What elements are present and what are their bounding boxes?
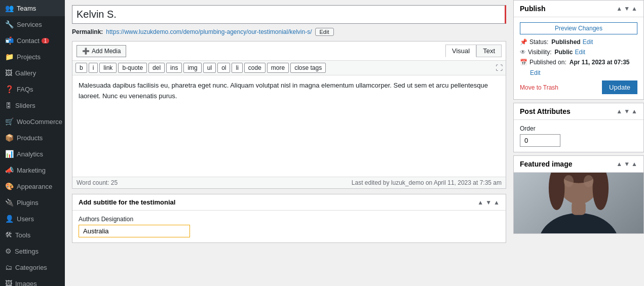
sidebar-item-appearance[interactable]: 🎨 Appearance <box>0 178 65 194</box>
format-ul[interactable]: ul <box>203 63 216 73</box>
editor-box: ➕ Add Media Visual Text b i link b-quote… <box>72 41 506 189</box>
settings-icon: ⚙ <box>5 247 12 255</box>
tab-text[interactable]: Text <box>476 45 502 57</box>
editor-toolbar-top: ➕ Add Media Visual Text <box>72 42 506 61</box>
sidebar-item-contact[interactable]: 📬 Contact 1 <box>0 32 65 49</box>
permalink-edit-button[interactable]: Edit <box>315 28 334 36</box>
visibility-edit-link[interactable]: Edit <box>575 49 585 56</box>
subtitle-controls: ▲ ▼ ▲ <box>477 199 500 206</box>
sidebar-item-label: Users <box>17 215 34 223</box>
publish-toggle-button[interactable]: ▲ <box>631 5 637 12</box>
categories-icon: 🗂 <box>5 263 12 271</box>
visibility-value: Public <box>554 49 573 56</box>
publish-down-button[interactable]: ▼ <box>624 5 630 12</box>
featured-img-toggle-button[interactable]: ▲ <box>631 160 637 168</box>
right-panel: Publish ▲ ▼ ▲ Preview Changes 📌 Status: … <box>513 0 644 286</box>
order-input[interactable] <box>520 134 560 147</box>
featured-image-header: Featured image ▲ ▼ ▲ <box>514 156 643 173</box>
tools-icon: 🛠 <box>5 231 12 239</box>
sidebar-item-sliders[interactable]: 🎛 Sliders <box>0 97 65 113</box>
sidebar-item-label: Categories <box>15 264 47 271</box>
sidebar-item-projects[interactable]: 📁 Projects <box>0 49 65 65</box>
sidebar-item-woocommerce[interactable]: 🛒 WooCommerce <box>0 113 65 130</box>
sidebar-item-teams[interactable]: 👥 Teams <box>0 0 65 16</box>
format-img[interactable]: img <box>183 63 201 73</box>
marketing-icon: 📣 <box>5 166 14 174</box>
woocommerce-icon: 🛒 <box>5 117 14 126</box>
sidebar-item-label: WooCommerce <box>17 118 62 126</box>
move-to-trash-link[interactable]: Move to Trash <box>520 84 558 91</box>
format-more[interactable]: more <box>267 63 289 73</box>
sidebar-item-settings[interactable]: ⚙ Settings <box>0 243 65 259</box>
status-row: 📌 Status: Published Edit <box>520 38 637 46</box>
editor-content-area[interactable]: Malesuada dapibus facilisis eu, pharetra… <box>72 75 506 177</box>
sidebar-item-label: Projects <box>17 53 41 61</box>
published-value: Apr 11, 2023 at 07:35 <box>570 59 630 66</box>
permalink-label: Permalink: <box>72 28 103 35</box>
users-icon: 👤 <box>5 215 14 223</box>
svg-point-8 <box>584 175 594 187</box>
sidebar-item-tools[interactable]: 🛠 Tools <box>0 227 65 243</box>
permalink-url[interactable]: https://www.luzukdemo.com/demo/plumbing-… <box>106 28 312 35</box>
sidebar-item-products[interactable]: 📦 Products <box>0 130 65 146</box>
post-attr-toggle-button[interactable]: ▲ <box>631 108 637 115</box>
person-silhouette <box>514 173 643 233</box>
sidebar-item-analytics[interactable]: 📊 Analytics <box>0 146 65 162</box>
preview-changes-button[interactable]: Preview Changes <box>520 22 637 34</box>
format-li[interactable]: li <box>232 63 242 73</box>
expand-editor-button[interactable]: ⛶ <box>496 64 503 72</box>
post-attr-up-button[interactable]: ▲ <box>616 108 622 115</box>
format-bquote[interactable]: b-quote <box>118 63 147 73</box>
format-ol[interactable]: ol <box>217 63 230 73</box>
status-edit-link[interactable]: Edit <box>583 38 593 46</box>
sidebar-item-users[interactable]: 👤 Users <box>0 211 65 227</box>
format-link[interactable]: link <box>99 63 117 73</box>
sidebar-item-label: Sliders <box>15 102 35 109</box>
sidebar-item-label: Products <box>17 134 43 142</box>
sidebar-item-marketing[interactable]: 📣 Marketing <box>0 162 65 178</box>
sidebar-item-gallery[interactable]: 🖼 Gallery <box>0 65 65 81</box>
update-button[interactable]: Update <box>602 80 637 94</box>
featured-img-down-button[interactable]: ▼ <box>624 160 630 168</box>
featured-image-body <box>514 173 643 233</box>
tab-visual[interactable]: Visual <box>445 45 476 57</box>
contact-badge: 1 <box>42 38 50 44</box>
subtitle-down-button[interactable]: ▼ <box>485 199 491 206</box>
sidebar-item-label: Tools <box>15 231 30 239</box>
sidebar-item-images[interactable]: 🖼 Images <box>0 275 65 286</box>
add-media-icon: ➕ <box>82 48 90 55</box>
subtitle-title: Add subtitle for the testimonial <box>79 198 175 206</box>
publish-up-button[interactable]: ▲ <box>616 5 622 12</box>
format-close-tags[interactable]: close tags <box>290 63 326 73</box>
status-icon: 📌 <box>520 38 527 46</box>
add-media-button[interactable]: ➕ Add Media <box>77 45 126 57</box>
published-edit-link[interactable]: Edit <box>530 69 541 76</box>
publish-title: Publish <box>520 5 546 13</box>
post-attr-down-button[interactable]: ▼ <box>624 108 630 115</box>
images-icon: 🖼 <box>5 279 12 286</box>
authors-designation-input[interactable] <box>79 225 190 237</box>
sidebar-item-services[interactable]: 🔧 Services <box>0 16 65 32</box>
gallery-icon: 🖼 <box>5 69 12 77</box>
post-title-input[interactable] <box>72 5 506 24</box>
permalink-row: Permalink: https://www.luzukdemo.com/dem… <box>72 28 506 36</box>
sidebar-item-faqs[interactable]: ❓ FAQs <box>0 81 65 97</box>
sidebar-item-categories[interactable]: 🗂 Categories <box>0 259 65 275</box>
subtitle-up-button[interactable]: ▲ <box>477 199 483 206</box>
sidebar-item-plugins[interactable]: 🔌 Plugins <box>0 194 65 211</box>
publish-actions: Move to Trash Update <box>520 80 637 94</box>
subtitle-toggle-button[interactable]: ▲ <box>494 199 500 206</box>
contact-icon: 📬 <box>5 36 14 45</box>
featured-image-preview[interactable] <box>514 173 643 233</box>
editor-footer: Word count: 25 Last edited by luzuk_demo… <box>72 177 506 188</box>
format-ins[interactable]: ins <box>166 63 182 73</box>
format-bold[interactable]: b <box>75 63 87 73</box>
format-italic[interactable]: i <box>89 63 98 73</box>
format-code[interactable]: code <box>244 63 266 73</box>
subtitle-body: Authors Designation <box>72 211 506 242</box>
featured-img-up-button[interactable]: ▲ <box>616 160 622 168</box>
order-label: Order <box>520 125 637 132</box>
sliders-icon: 🎛 <box>5 101 12 109</box>
format-del[interactable]: del <box>148 63 165 73</box>
publish-box: Publish ▲ ▼ ▲ Preview Changes 📌 Status: … <box>513 0 644 100</box>
